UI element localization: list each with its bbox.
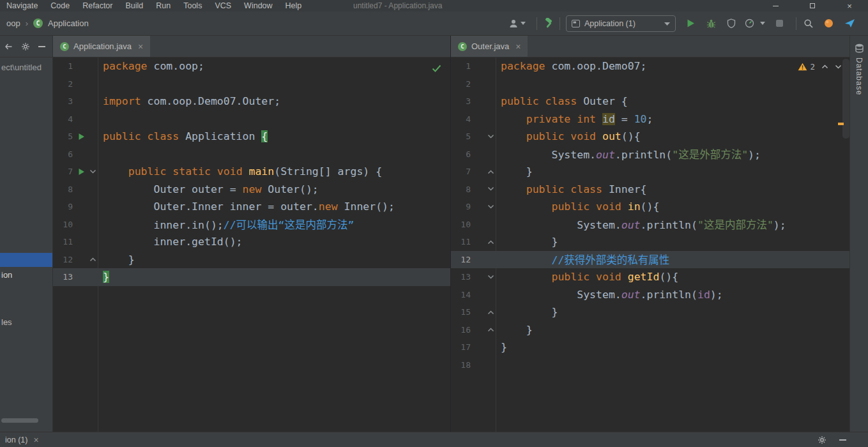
tab-close-icon[interactable]: ×	[515, 42, 521, 52]
line-number[interactable]: 1	[53, 61, 75, 71]
code-line-10[interactable]: 10 System.out.println("这是内部方法");	[451, 216, 849, 234]
user-account-button[interactable]	[508, 11, 526, 35]
close-button[interactable]: ×	[831, 0, 868, 11]
minimize-button[interactable]	[757, 0, 794, 11]
maximize-button[interactable]	[794, 0, 831, 11]
menu-code[interactable]: Code	[44, 0, 76, 11]
code-line-9[interactable]: 9 Outer.Inner inner = outer.new Inner();	[53, 198, 450, 216]
hide-panel-icon[interactable]	[4, 43, 13, 50]
debug-bug-button[interactable]	[706, 11, 716, 35]
line-number[interactable]: 11	[53, 237, 75, 246]
menu-navigate[interactable]: Navigate	[0, 0, 44, 11]
run-gutter-icon[interactable]	[75, 133, 88, 140]
line-number[interactable]: 10	[53, 220, 75, 229]
line-number[interactable]: 13	[451, 272, 473, 282]
line-number[interactable]: 8	[53, 185, 75, 194]
line-number[interactable]: 13	[53, 272, 75, 282]
fold-marker-icon[interactable]	[88, 169, 98, 174]
code-line-17[interactable]: 17}	[451, 338, 849, 356]
code-line-2[interactable]: 2	[53, 75, 450, 93]
project-item[interactable]: les	[0, 315, 52, 330]
fold-marker-icon[interactable]	[485, 134, 496, 139]
code-line-3[interactable]: 3import com.oop.Demo07.Outer;	[53, 93, 450, 110]
line-number[interactable]: 9	[451, 202, 473, 211]
profiler-dropdown-icon[interactable]	[760, 11, 765, 35]
warning-stripe-mark[interactable]	[838, 123, 844, 125]
line-number[interactable]: 2	[53, 79, 75, 89]
menu-window[interactable]: Window	[238, 0, 278, 11]
fold-marker-icon[interactable]	[485, 327, 496, 332]
update-indicator-icon[interactable]	[824, 11, 834, 35]
line-number[interactable]: 3	[451, 96, 473, 106]
code-line-11[interactable]: 11 }	[451, 233, 849, 251]
code-line-4[interactable]: 4	[53, 110, 450, 128]
tab-close-icon[interactable]: ×	[138, 42, 143, 52]
line-number[interactable]: 17	[451, 342, 473, 352]
code-line-5[interactable]: 5public class Application {	[53, 128, 450, 146]
code-line-11[interactable]: 11 inner.getId();	[53, 233, 450, 251]
line-number[interactable]: 4	[53, 114, 75, 124]
line-number[interactable]: 11	[451, 237, 473, 246]
line-number[interactable]: 12	[451, 255, 473, 264]
code-line-8[interactable]: 8 public class Inner{	[451, 181, 849, 199]
code-line-1[interactable]: 1package com.oop.Demo07;	[451, 57, 849, 75]
inspections-widget[interactable]: 2	[798, 62, 842, 72]
stop-button[interactable]	[775, 11, 784, 35]
coverage-shield-button[interactable]	[727, 11, 736, 35]
gear-icon[interactable]	[21, 42, 30, 51]
code-line-12[interactable]: 12 }	[53, 251, 450, 269]
fold-marker-icon[interactable]	[485, 239, 496, 245]
code-line-13[interactable]: 13}	[53, 268, 450, 286]
menu-build[interactable]: Build	[119, 0, 149, 11]
menu-refactor[interactable]: Refactor	[76, 0, 119, 11]
menu-vcs[interactable]: VCS	[208, 0, 238, 11]
profiler-button[interactable]	[745, 11, 754, 35]
project-item-selected[interactable]	[0, 253, 52, 267]
line-number[interactable]: 5	[53, 132, 75, 141]
run-config-selector[interactable]: Application (1)	[566, 15, 676, 32]
run-gutter-icon[interactable]	[75, 168, 88, 176]
line-number[interactable]: 14	[451, 290, 473, 299]
fold-marker-icon[interactable]	[485, 310, 496, 315]
fold-marker-icon[interactable]	[88, 257, 98, 262]
menu-run[interactable]: Run	[149, 0, 177, 11]
fold-marker-icon[interactable]	[485, 204, 496, 209]
line-number[interactable]: 7	[451, 167, 473, 176]
code-line-4[interactable]: 4 private int id = 10;	[451, 110, 849, 128]
tab-outer-java[interactable]: C Outer.java ×	[451, 36, 528, 57]
code-line-8[interactable]: 8 Outer outer = new Outer();	[53, 181, 450, 199]
vertical-scrollbar[interactable]	[842, 59, 849, 139]
menu-help[interactable]: Help	[279, 0, 308, 11]
line-number[interactable]: 12	[53, 255, 75, 264]
line-number[interactable]: 6	[451, 149, 473, 159]
fold-marker-icon[interactable]	[485, 169, 496, 174]
code-line-15[interactable]: 15 }	[451, 303, 849, 321]
code-line-6[interactable]: 6 System.out.println("这是外部方法");	[451, 146, 849, 163]
line-number[interactable]: 1	[451, 61, 473, 71]
prev-problem-icon[interactable]	[821, 64, 828, 69]
breadcrumb-module[interactable]: oop	[6, 19, 20, 28]
line-number[interactable]: 5	[451, 132, 473, 141]
line-number[interactable]: 18	[451, 360, 473, 370]
code-line-12[interactable]: 12 //获得外部类的私有属性	[451, 251, 849, 269]
code-line-16[interactable]: 16 }	[451, 321, 849, 339]
line-number[interactable]: 4	[451, 114, 473, 124]
code-line-7[interactable]: 7 }	[451, 163, 849, 181]
code-line-10[interactable]: 10 inner.in();//可以输出“这是内部方法”	[53, 216, 450, 234]
code-line-3[interactable]: 3public class Outer {	[451, 93, 849, 110]
line-number[interactable]: 15	[451, 307, 473, 317]
line-number[interactable]: 3	[53, 96, 75, 106]
tab-application-java[interactable]: C Application.java ×	[53, 36, 150, 57]
line-number[interactable]: 10	[451, 220, 473, 229]
code-line-14[interactable]: 14 System.out.println(id);	[451, 286, 849, 304]
line-number[interactable]: 8	[451, 185, 473, 194]
line-number[interactable]: 16	[451, 325, 473, 335]
code-line-7[interactable]: 7 public static void main(String[] args)…	[53, 163, 450, 181]
fold-marker-icon[interactable]	[485, 275, 496, 280]
next-problem-icon[interactable]	[835, 64, 842, 69]
hide-bar-icon[interactable]	[839, 439, 846, 441]
blue-plugin-icon[interactable]	[844, 11, 855, 35]
line-number[interactable]: 7	[53, 167, 75, 176]
build-hammer-icon[interactable]	[543, 11, 555, 35]
gear-icon[interactable]	[818, 436, 826, 444]
